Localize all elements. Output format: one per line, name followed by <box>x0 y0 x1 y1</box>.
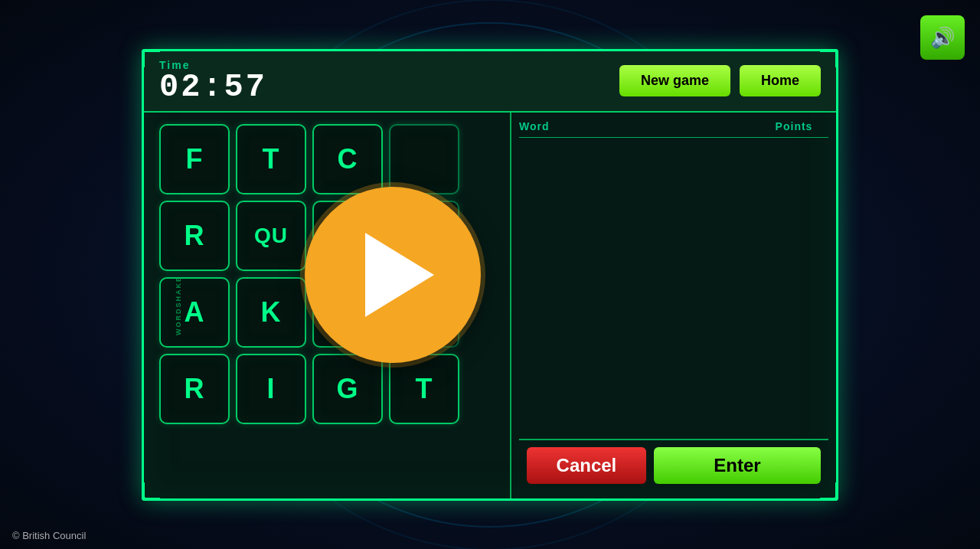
grid-row-4: R I G T <box>159 354 502 424</box>
tile-F[interactable]: F <box>159 124 230 194</box>
sound-icon: 🔊 <box>930 26 955 50</box>
tile-A[interactable]: A <box>159 277 230 348</box>
corner-tr <box>820 49 838 67</box>
score-list <box>519 141 828 439</box>
tile-R1[interactable]: R <box>159 201 230 271</box>
game-panel: Time 02:57 New game Home WORDSHAKE F T C… <box>142 49 838 501</box>
action-bar: Cancel Enter <box>519 439 828 491</box>
play-icon <box>365 233 434 317</box>
tile-T2[interactable]: T <box>389 354 459 424</box>
tile-T[interactable]: T <box>236 124 306 194</box>
tile-I2[interactable]: I <box>236 354 306 424</box>
tile-G[interactable]: G <box>312 354 383 424</box>
grid-row-1: F T C <box>159 124 502 194</box>
tile-K[interactable]: K <box>236 277 306 348</box>
header-buttons: New game Home <box>619 65 821 96</box>
tile-C[interactable]: C <box>312 124 383 194</box>
play-button[interactable] <box>305 187 481 363</box>
word-column-header: Word <box>519 120 760 132</box>
content-area: WORDSHAKE F T C R QU W A K I <box>144 113 836 498</box>
header-bar: Time 02:57 New game Home <box>144 51 836 113</box>
points-column-header: Points <box>760 120 828 132</box>
sound-button[interactable]: 🔊 <box>920 15 965 60</box>
corner-br <box>820 482 838 501</box>
score-header: Word Points <box>519 120 828 138</box>
home-button[interactable]: Home <box>740 65 821 96</box>
enter-button[interactable]: Enter <box>654 447 821 484</box>
tile-QU[interactable]: QU <box>236 201 306 271</box>
tile-R2[interactable]: R <box>159 354 230 424</box>
score-section: Word Points Cancel Enter <box>511 113 836 498</box>
tile-r1c4[interactable] <box>389 124 459 194</box>
cancel-button[interactable]: Cancel <box>527 447 646 484</box>
corner-tl <box>142 49 160 67</box>
copyright: © British Council <box>12 530 86 541</box>
timer-display: 02:57 <box>159 71 267 103</box>
new-game-button[interactable]: New game <box>619 65 730 96</box>
timer-section: Time 02:57 <box>159 59 267 103</box>
wordshake-label: WORDSHAKE <box>175 276 182 335</box>
